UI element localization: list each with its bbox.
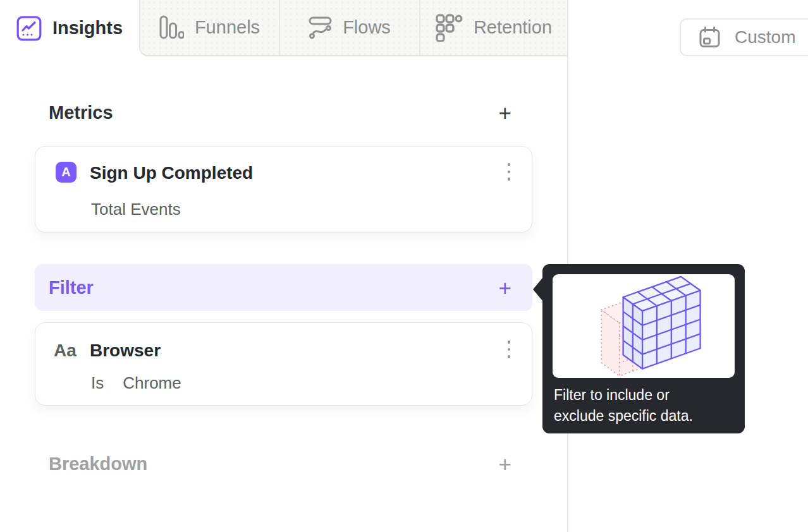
text-property-icon: Aa bbox=[54, 341, 77, 361]
tab-group-inactive: Funnels Flows Retention bbox=[139, 0, 567, 56]
add-metric-button[interactable]: + bbox=[499, 102, 511, 124]
metric-series-badge: A bbox=[56, 162, 77, 183]
filter-operator[interactable]: Is bbox=[91, 373, 104, 393]
tooltip-text-line1: Filter to include or bbox=[554, 385, 693, 406]
custom-button-label: Custom bbox=[735, 27, 795, 47]
add-filter-button[interactable]: + bbox=[499, 277, 511, 299]
tooltip-arrow bbox=[533, 278, 542, 301]
tab-retention[interactable]: Retention bbox=[420, 0, 567, 55]
insights-icon bbox=[16, 16, 42, 41]
tab-flows[interactable]: Flows bbox=[280, 0, 420, 55]
tab-insights[interactable]: Insights bbox=[0, 0, 139, 56]
metric-card-menu-icon[interactable] bbox=[508, 163, 511, 181]
date-range-custom-button[interactable]: Custom bbox=[680, 18, 808, 56]
filter-card-menu-icon[interactable] bbox=[508, 341, 511, 358]
filter-value[interactable]: Chrome bbox=[123, 373, 181, 393]
metric-card-title: Sign Up Completed bbox=[90, 163, 253, 183]
retention-icon bbox=[436, 14, 463, 42]
filter-section-header[interactable]: Filter + bbox=[35, 264, 532, 311]
tab-funnels[interactable]: Funnels bbox=[140, 0, 280, 55]
filter-card[interactable]: Aa Browser Is Chrome bbox=[35, 322, 532, 406]
tab-insights-label: Insights bbox=[52, 18, 123, 39]
calendar-icon bbox=[699, 26, 721, 49]
metrics-section-header: Metrics + bbox=[35, 97, 532, 128]
filter-heading: Filter bbox=[49, 277, 94, 298]
metric-card[interactable]: A Sign Up Completed Total Events bbox=[35, 146, 532, 233]
filter-cube-illustration bbox=[553, 274, 735, 378]
tab-flows-label: Flows bbox=[343, 17, 391, 38]
add-breakdown-button[interactable]: + bbox=[499, 453, 511, 475]
tooltip-text-line2: exclude specific data. bbox=[554, 406, 693, 426]
breakdown-heading: Breakdown bbox=[49, 454, 147, 475]
filter-tooltip: Filter to include or exclude specific da… bbox=[542, 264, 745, 433]
flows-icon bbox=[309, 16, 332, 39]
filter-card-title: Browser bbox=[90, 341, 161, 361]
funnels-icon bbox=[159, 15, 184, 40]
tab-funnels-label: Funnels bbox=[195, 17, 260, 38]
tab-retention-label: Retention bbox=[474, 17, 552, 38]
metrics-heading: Metrics bbox=[49, 102, 113, 123]
metric-card-subtitle[interactable]: Total Events bbox=[91, 200, 181, 219]
breakdown-section-header: Breakdown + bbox=[35, 449, 532, 479]
